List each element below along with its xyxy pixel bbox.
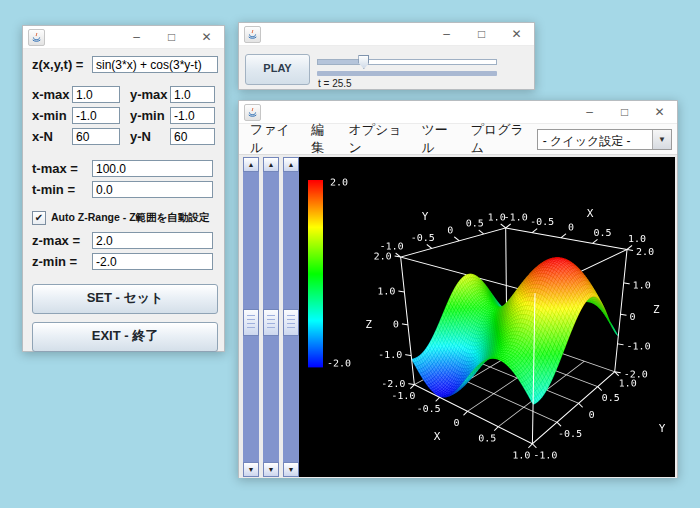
formula-label: z(x,y,t) = (32, 57, 92, 72)
close-button[interactable]: ✕ (499, 23, 534, 45)
player-titlebar: – □ ✕ (239, 23, 534, 46)
maximize-button[interactable]: □ (464, 23, 499, 45)
t-slider[interactable] (317, 59, 497, 65)
scrollbar-track[interactable] (243, 172, 259, 462)
z-max-label: z-max = (32, 233, 92, 248)
y-max-label: y-max (130, 87, 170, 102)
config-window: – □ ✕ z(x,y,t) = x-max y-max x-min y-min (22, 25, 225, 352)
t-min-label: t-min = (32, 182, 92, 197)
auto-z-label: Auto Z-Range - Z範囲を自動設定 (51, 211, 209, 225)
y-min-label: y-min (130, 108, 170, 123)
t-min-input[interactable] (92, 181, 213, 198)
menu-tools[interactable]: ツール (414, 121, 463, 157)
close-button[interactable]: ✕ (642, 101, 677, 123)
scrollbar-thumb[interactable] (263, 309, 279, 336)
scroll-up-icon[interactable]: ▲ (283, 157, 299, 172)
config-titlebar: – □ ✕ (23, 26, 224, 49)
x-n-input[interactable] (72, 128, 120, 145)
scroll-up-icon[interactable]: ▲ (263, 157, 279, 172)
t-max-input[interactable] (92, 160, 213, 177)
java-icon (244, 104, 261, 121)
menu-file[interactable]: ファイル (243, 121, 304, 157)
scroll-down-icon[interactable]: ▼ (243, 462, 259, 477)
t-max-label: t-max = (32, 161, 92, 176)
z-min-input[interactable] (92, 253, 213, 270)
scrollbar-1: ▲ ▼ (243, 157, 259, 477)
exit-button[interactable]: EXIT - 終了 (32, 322, 218, 352)
minimize-button[interactable]: – (429, 23, 464, 45)
t-progress-bar (317, 71, 497, 76)
x-n-label: x-N (32, 129, 72, 144)
java-icon (244, 26, 261, 43)
y-min-input[interactable] (170, 107, 215, 124)
maximize-button[interactable]: □ (607, 101, 642, 123)
player-window: – □ ✕ PLAY t = 25.5 (238, 22, 535, 90)
plot-body: ▲ ▼ ▲ ▼ ▲ ▼ (239, 155, 677, 478)
minimize-button[interactable]: – (119, 26, 154, 48)
z-max-input[interactable] (92, 232, 213, 249)
menu-options[interactable]: オプション (341, 121, 414, 157)
y-max-input[interactable] (170, 86, 215, 103)
x-min-label: x-min (32, 108, 72, 123)
scrollbar-track[interactable] (283, 172, 299, 462)
quick-settings-combo[interactable]: - クイック設定 - ▼ (537, 129, 672, 150)
menu-edit[interactable]: 編集 (304, 121, 341, 157)
plot-canvas[interactable] (299, 157, 675, 477)
menubar: ファイル 編集 オプション ツール プログラム - クイック設定 - ▼ (239, 124, 677, 155)
formula-input[interactable] (92, 56, 218, 73)
t-value-label: t = 25.5 (318, 78, 352, 89)
y-n-input[interactable] (170, 128, 215, 145)
z-min-label: z-min = (32, 254, 92, 269)
x-max-label: x-max (32, 87, 72, 102)
java-icon (28, 29, 45, 46)
scrollbar-thumb[interactable] (283, 309, 299, 336)
quick-settings-value: - クイック設定 - (538, 130, 652, 149)
close-button[interactable]: ✕ (189, 26, 224, 48)
scrollbar-track[interactable] (263, 172, 279, 462)
x-max-input[interactable] (72, 86, 120, 103)
scroll-down-icon[interactable]: ▼ (263, 462, 279, 477)
scrollbar-3: ▲ ▼ (283, 157, 299, 477)
minimize-button[interactable]: – (572, 101, 607, 123)
t-slider-fill (318, 60, 363, 64)
chevron-down-icon[interactable]: ▼ (652, 130, 671, 149)
menu-program[interactable]: プログラム (464, 121, 537, 157)
set-button[interactable]: SET - セット (32, 284, 218, 314)
scrollbar-thumb[interactable] (243, 309, 259, 336)
scroll-up-icon[interactable]: ▲ (243, 157, 259, 172)
x-min-input[interactable] (72, 107, 120, 124)
desktop: – □ ✕ z(x,y,t) = x-max y-max x-min y-min (0, 0, 700, 508)
scroll-down-icon[interactable]: ▼ (283, 462, 299, 477)
t-slider-thumb[interactable] (358, 55, 369, 69)
auto-z-checkbox[interactable]: ✔ (32, 211, 46, 225)
y-n-label: y-N (130, 129, 170, 144)
maximize-button[interactable]: □ (154, 26, 189, 48)
scrollbar-2: ▲ ▼ (263, 157, 279, 477)
play-button[interactable]: PLAY (245, 54, 310, 85)
plot-window: – □ ✕ ファイル 編集 オプション ツール プログラム - クイック設定 -… (238, 100, 678, 478)
